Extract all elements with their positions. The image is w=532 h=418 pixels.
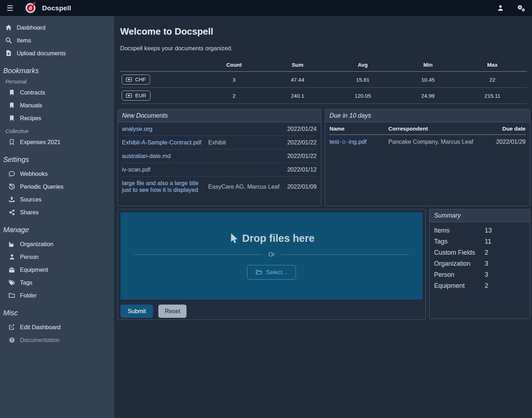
bookmarks-heading: Bookmarks xyxy=(3,67,114,75)
settings-gears-icon[interactable] xyxy=(515,2,527,14)
sidebar-item-label: Folder xyxy=(20,292,37,299)
topbar: ☰ d Docspell xyxy=(0,0,532,16)
sidebar-item-organization[interactable]: Organization xyxy=(0,238,114,250)
manage-heading: Manage xyxy=(3,226,114,234)
sidebar-item-expenses-2021[interactable]: Expenses 2021 xyxy=(0,136,114,148)
share-nodes-icon xyxy=(8,209,15,215)
search-icon xyxy=(5,37,12,44)
bookmark-icon xyxy=(8,102,15,108)
sidebar-item-documentation[interactable]: ? Documentation xyxy=(0,333,114,346)
document-link[interactable]: iv-scan.pdf xyxy=(122,166,208,173)
sidebar-item-label: Organization xyxy=(20,241,53,248)
stats-table: Count Sum Avg Min Max xyxy=(120,59,527,104)
currency-badge-eur[interactable]: EUR xyxy=(122,91,150,101)
sidebar-item-manuals[interactable]: Manuals xyxy=(0,99,114,112)
tags-icon xyxy=(8,280,15,286)
sidebar-item-shares[interactable]: Shares xyxy=(0,206,114,219)
stats-col-sum: Sum xyxy=(268,59,328,72)
svg-text:?: ? xyxy=(11,338,13,342)
sidebar-item-label: Shares xyxy=(20,209,39,216)
sidebar-item-label: Upload documents xyxy=(17,50,66,57)
money-bill-icon xyxy=(126,77,132,82)
stats-row-chf: CHF 3 47.44 15.81 10.45 22 xyxy=(120,72,527,88)
sidebar-item-label: Items xyxy=(17,37,31,44)
due-panel: Due in 10 days Name Correspondent Due da… xyxy=(325,109,530,206)
due-row: test-☺-ing.pdf Pancake Company, Marcus L… xyxy=(329,135,526,149)
misc-heading: Misc xyxy=(3,309,114,317)
sidebar-item-label: Manuals xyxy=(20,102,42,109)
question-circle-icon: ? xyxy=(8,337,15,343)
sidebar-item-label: Dasbhoard xyxy=(17,24,46,31)
user-icon[interactable] xyxy=(494,2,506,14)
document-link[interactable]: Exhibit-A-Sample-Contract.pdf xyxy=(122,139,208,146)
sidebar-item-label: Edit Dashboard xyxy=(20,324,61,331)
new-documents-title: New Documents xyxy=(118,109,321,122)
document-link[interactable]: large file and also a large title just t… xyxy=(122,180,208,193)
sidebar-item-label: Expenses 2021 xyxy=(20,139,61,146)
sidebar-item-recipes[interactable]: Recipes xyxy=(0,112,114,124)
summary-row: Person 3 xyxy=(434,269,526,280)
folder-open-icon xyxy=(256,269,262,275)
docspell-logo[interactable]: d xyxy=(24,2,36,14)
stats-col-min: Min xyxy=(398,59,458,72)
person-icon xyxy=(8,254,15,260)
sidebar-item-dashboard[interactable]: Dasbhoard xyxy=(0,21,114,34)
document-row: Exhibit-A-Sample-Contract.pdf Exhibit 20… xyxy=(122,136,317,149)
bookmark-outline-icon xyxy=(8,139,15,145)
app-title: Docspell xyxy=(42,4,71,12)
stats-row-eur: EUR 2 240.1 120.05 24.99 215.11 xyxy=(120,88,527,104)
sidebar-item-webhooks[interactable]: Webhooks xyxy=(0,167,114,180)
reset-button[interactable]: Reset xyxy=(158,305,186,318)
sidebar-item-upload-documents[interactable]: Upload documents xyxy=(0,47,114,60)
document-row: australian-date.md 2022/01/22 xyxy=(122,149,317,163)
sidebar-item-folder[interactable]: Folder xyxy=(0,289,114,302)
history-icon xyxy=(8,183,15,190)
sidebar-item-label: Webhooks xyxy=(20,170,48,177)
bookmark-icon xyxy=(8,90,15,96)
equipment-box-icon xyxy=(8,267,15,273)
bookmarks-group-collective: Collective xyxy=(5,128,114,134)
dropzone-label: Drop files here xyxy=(242,233,314,244)
sidebar-item-label: Equipment xyxy=(20,266,48,273)
or-label: Or xyxy=(268,251,275,258)
sidebar-item-equipment[interactable]: Equipment xyxy=(0,263,114,276)
sidebar-item-label: Sources xyxy=(20,196,42,203)
sidebar-item-periodic-queries[interactable]: Periodic Queries xyxy=(0,180,114,193)
settings-heading: Settings xyxy=(3,156,114,164)
sidebar-item-edit-dashboard[interactable]: Edit Dashboard xyxy=(0,321,114,333)
menu-hamburger-icon[interactable]: ☰ xyxy=(4,2,16,15)
select-files-button[interactable]: Select... xyxy=(247,265,296,280)
sidebar-item-label: Tags xyxy=(20,279,32,286)
sidebar-item-items[interactable]: Items xyxy=(0,34,114,47)
document-link[interactable]: test-☺-ing.pdf xyxy=(329,135,388,149)
new-documents-panel: New Documents analyse.org 2022/01/24 Exh… xyxy=(117,109,321,206)
sidebar-item-person[interactable]: Person xyxy=(0,250,114,263)
comment-icon xyxy=(8,171,15,177)
summary-title: Summary xyxy=(430,209,530,222)
sidebar-item-label: Documentation xyxy=(20,337,60,343)
summary-row: Equipment 2 xyxy=(434,280,526,291)
upload-icon xyxy=(8,196,15,203)
industry-icon xyxy=(8,241,15,247)
sidebar-item-sources[interactable]: Sources xyxy=(0,193,114,206)
sidebar-item-label: Periodic Queries xyxy=(20,183,63,190)
bookmark-icon xyxy=(8,115,15,121)
sidebar-item-label: Person xyxy=(20,254,39,260)
money-bill-icon xyxy=(126,93,132,98)
summary-row: Items 13 xyxy=(434,225,526,236)
sidebar-item-label: Recipes xyxy=(20,115,41,122)
document-row: iv-scan.pdf 2022/01/12 xyxy=(122,163,317,177)
currency-badge-chf[interactable]: CHF xyxy=(122,75,150,85)
stats-col-max: Max xyxy=(458,59,527,72)
document-row: large file and also a large title just t… xyxy=(122,177,317,197)
upload-panel: Drop files here Or Select... xyxy=(117,209,426,320)
due-panel-title: Due in 10 days xyxy=(325,109,530,122)
document-link[interactable]: analyse.org xyxy=(122,126,208,132)
sidebar-item-contracts[interactable]: Contracts xyxy=(0,86,114,99)
summary-row: Organization 3 xyxy=(434,258,526,269)
sidebar-item-tags[interactable]: Tags xyxy=(0,276,114,289)
document-link[interactable]: australian-date.md xyxy=(122,153,208,159)
file-dropzone[interactable]: Drop files here Or Select... xyxy=(121,212,423,300)
submit-button[interactable]: Submit xyxy=(121,305,153,318)
edit-pen-square-icon xyxy=(8,324,15,330)
